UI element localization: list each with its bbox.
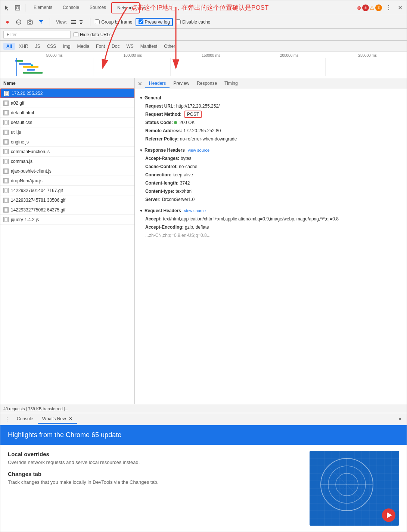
svg-point-5	[29, 21, 31, 24]
type-btn-img[interactable]: Img	[60, 43, 73, 50]
bottom-panel: ⋮ Console What's New ✕ ✕ Highlights from…	[0, 413, 407, 532]
camera-btn[interactable]	[26, 18, 34, 26]
list-item[interactable]: dropNumAjax.js	[0, 176, 134, 186]
net-toolbar-sep2	[90, 18, 90, 26]
file-item-selected[interactable]: 172.20.255.252	[0, 89, 134, 98]
svg-rect-10	[80, 20, 83, 21]
detail-tab-response[interactable]: Response	[193, 79, 221, 88]
list-item[interactable]: default.html	[0, 108, 134, 118]
request-method-row: Request Method: POST	[139, 110, 402, 118]
filter-input[interactable]	[3, 31, 71, 39]
list-item[interactable]: engine.js	[0, 137, 134, 147]
server-val: DrcomServer1.0	[162, 197, 195, 202]
request-url-row: Request URL: http://172.20.255.252/	[139, 102, 402, 110]
type-btn-js[interactable]: JS	[32, 43, 43, 50]
accept-ranges-key: Accept-Ranges:	[145, 156, 179, 161]
file-icon-2	[3, 110, 9, 115]
bottom-tab-whats-new[interactable]: What's New ✕	[38, 415, 77, 424]
list-item[interactable]: util.js	[0, 127, 134, 137]
type-btn-media[interactable]: Media	[74, 43, 92, 50]
type-btn-css[interactable]: CSS	[44, 43, 59, 50]
detail-tab-preview[interactable]: Preview	[170, 79, 193, 88]
list-item[interactable]: commanFunction.js	[0, 147, 134, 157]
hide-data-urls-checkbox[interactable]	[74, 32, 78, 37]
file-name-2: default.html	[11, 110, 34, 115]
bottom-panel-close[interactable]: ✕	[396, 415, 404, 423]
box-icon[interactable]	[13, 3, 22, 12]
play-btn[interactable]	[382, 508, 395, 522]
arrow-right	[165, 0, 187, 74]
record-btn[interactable]: ●	[3, 18, 12, 26]
close-devtools-btn[interactable]: ✕	[395, 3, 404, 12]
status-dot	[174, 121, 177, 124]
request-headers-triangle: ▼	[139, 209, 143, 213]
svg-rect-7	[71, 20, 76, 21]
type-btn-xhr[interactable]: XHR	[16, 43, 31, 50]
file-name-4: util.js	[11, 130, 21, 135]
svg-rect-19	[4, 130, 7, 134]
tab-elements[interactable]: Elements	[28, 3, 58, 13]
accept-language-val: ...zh-CN,zh;q=0.9,en-US;q=0.8...	[145, 233, 211, 238]
file-list-header: Name	[0, 78, 134, 89]
general-section-header: ▼ General	[139, 95, 402, 100]
file-icon-5	[3, 139, 9, 145]
list-view-icon[interactable]	[70, 18, 77, 26]
waterfall-view-icon[interactable]	[78, 18, 86, 26]
accept-ranges-val: bytes	[181, 156, 192, 161]
detail-close-btn[interactable]: ✕	[136, 80, 144, 87]
general-triangle: ▼	[139, 96, 143, 100]
list-item[interactable]: 14229332775062 64375.gif	[0, 205, 134, 215]
request-headers-title: Request Headers	[145, 208, 181, 213]
bottom-tab-close[interactable]: ✕	[69, 416, 72, 421]
file-name-11: 14229332745781 30506.gif	[11, 198, 65, 203]
status-bar: 40 requests | 739 KB transferred |...	[0, 404, 407, 413]
more-options-icon[interactable]: ⋮	[384, 3, 393, 12]
devtools-shell: Elements Console Sources Network » ⊗ 5 ⚠…	[0, 0, 407, 532]
filter-btn[interactable]	[37, 18, 45, 26]
detail-tab-timing[interactable]: Timing	[221, 79, 242, 88]
svg-rect-27	[4, 208, 7, 212]
list-item[interactable]: 14229327601404 7167.gif	[0, 186, 134, 195]
svg-rect-25	[4, 189, 7, 192]
response-headers-view-source[interactable]: view source	[188, 148, 209, 152]
cache-control-key: Cache-Control:	[145, 164, 178, 169]
chrome-update-header: Highlights from the Chrome 65 update	[0, 425, 407, 445]
svg-rect-22	[4, 160, 7, 163]
list-item[interactable]: jquery-1.4.2.js	[0, 215, 134, 225]
list-item[interactable]: 14229332745781 30506.gif	[0, 195, 134, 205]
file-icon-9	[3, 178, 9, 183]
network-toolbar: ● View:	[0, 15, 407, 29]
detail-tab-headers[interactable]: Headers	[145, 79, 170, 88]
badge-group: ⊗ 5 ⚠ 3	[357, 4, 382, 11]
list-item[interactable]: a02.gif	[0, 98, 134, 108]
arrow-left	[97, 0, 142, 74]
list-item[interactable]: ajax-pushlet-client.js	[0, 166, 134, 176]
chrome-update-text: Local overrides Override network request…	[8, 451, 304, 526]
file-list-panel: Name 172.20.255.252 a02.gif	[0, 78, 135, 404]
cursor-icon[interactable]	[3, 3, 12, 12]
update-item-title-1: Changes tab	[8, 471, 304, 477]
request-headers-view-source[interactable]: view source	[184, 208, 206, 213]
play-triangle-icon	[387, 512, 392, 518]
accept-key: Accept:	[145, 216, 162, 222]
whats-new-panel: Highlights from the Chrome 65 update Loc…	[0, 425, 407, 532]
request-headers-section-header: ▼ Request Headers view source	[139, 208, 402, 213]
list-item[interactable]: default.css	[0, 118, 134, 127]
type-filter-row: All XHR JS CSS Img Media Font Doc WS Man…	[0, 41, 407, 52]
type-btn-all[interactable]: All	[3, 43, 15, 50]
network-main-split: Name 172.20.255.252 a02.gif	[0, 78, 407, 404]
file-icon-11	[3, 198, 9, 203]
bottom-tab-dots[interactable]: ⋮	[3, 415, 11, 423]
file-name-6: commanFunction.js	[11, 149, 50, 154]
list-item[interactable]: comman.js	[0, 157, 134, 166]
accept-encoding-val: gzip, deflate	[185, 225, 209, 230]
content-type-row: Content-type: text/html	[139, 187, 402, 195]
error-badge: 5	[362, 4, 369, 11]
file-name-13: jquery-1.4.2.js	[11, 217, 39, 222]
timeline-area: 50000 ms 100000 ms 150000 ms 200000 ms 2…	[0, 52, 407, 78]
file-list: 172.20.255.252 a02.gif default.html	[0, 89, 134, 404]
clear-btn[interactable]	[15, 18, 23, 26]
bottom-tab-console[interactable]: Console	[12, 415, 38, 424]
tab-console[interactable]: Console	[58, 3, 84, 13]
svg-rect-11	[80, 22, 83, 22]
